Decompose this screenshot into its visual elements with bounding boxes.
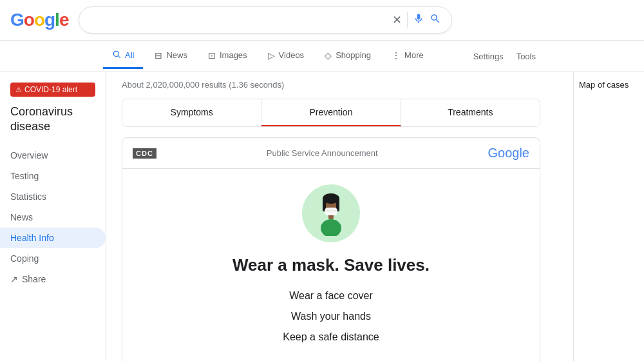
- tab-more[interactable]: ⋮ More: [383, 44, 433, 69]
- mask-person-avatar: [302, 184, 360, 242]
- sidebar-item-statistics[interactable]: Statistics: [0, 186, 106, 207]
- tab-shopping[interactable]: ◇ Shopping: [316, 44, 380, 69]
- tab-all[interactable]: All: [103, 43, 143, 69]
- google-branding: Google: [488, 146, 530, 161]
- map-panel: Map of cases: [573, 72, 644, 361]
- main-content: ⚠ COVID-19 alert Coronavirus disease Ove…: [0, 72, 644, 361]
- videos-icon: ▷: [268, 50, 275, 61]
- alert-triangle-icon: ⚠: [15, 86, 22, 94]
- cdc-card-body: Wear a mask. Save lives. Wear a face cov…: [122, 169, 540, 361]
- microphone-icon[interactable]: [413, 13, 424, 28]
- card-headline: Wear a mask. Save lives.: [133, 255, 529, 275]
- results-count: About 2,020,000,000 results (1.36 second…: [122, 80, 558, 90]
- search-submit-icon[interactable]: [430, 13, 441, 28]
- svg-line-1: [118, 56, 120, 58]
- sub-item-1: Wear a face cover: [133, 286, 529, 306]
- news-icon: ⊟: [155, 50, 162, 61]
- tools-link[interactable]: Tools: [511, 45, 541, 68]
- kp-tab-symptoms[interactable]: Symptoms: [122, 99, 261, 126]
- search-divider: [407, 12, 408, 28]
- clear-icon[interactable]: ✕: [392, 13, 402, 27]
- tab-images[interactable]: ⊡ Images: [199, 44, 256, 69]
- nav-tabs: All ⊟ News ⊡ Images ▷ Videos ◇ Shopping …: [0, 41, 644, 72]
- svg-point-6: [321, 219, 341, 236]
- knowledge-panel-tabs: Symptoms Prevention Treatments: [122, 99, 540, 127]
- tab-videos[interactable]: ▷ Videos: [259, 44, 314, 69]
- psa-label: Public Service Announcement: [267, 148, 378, 158]
- share-icon: ↗: [10, 274, 18, 284]
- map-panel-title: Map of cases: [579, 80, 639, 90]
- sidebar-item-health-info[interactable]: Health Info: [0, 228, 106, 248]
- tab-news[interactable]: ⊟ News: [146, 44, 196, 69]
- sub-item-3: Keep a safe distance: [133, 327, 529, 347]
- search-input[interactable]: how to avoid covid-19: [90, 14, 387, 26]
- nav-settings: Settings Tools: [468, 45, 541, 68]
- cdc-card-header: CDC Public Service Announcement Google: [122, 138, 540, 169]
- search-bar: how to avoid covid-19 ✕: [79, 6, 452, 34]
- kp-tab-treatments[interactable]: Treatments: [401, 99, 540, 126]
- card-sub-items: Wear a face cover Wash your hands Keep a…: [133, 286, 529, 347]
- sidebar-item-testing[interactable]: Testing: [0, 166, 106, 186]
- cdc-card: CDC Public Service Announcement Google: [122, 137, 540, 361]
- sidebar-item-overview[interactable]: Overview: [0, 145, 106, 166]
- cdc-logo: CDC: [133, 148, 156, 159]
- svg-rect-8: [325, 208, 337, 215]
- all-icon: [112, 50, 121, 61]
- share-button[interactable]: ↗ Share: [10, 274, 95, 284]
- images-icon: ⊡: [208, 50, 216, 61]
- sidebar-title: Coronavirus disease: [10, 104, 95, 135]
- svg-point-0: [113, 51, 118, 56]
- more-icon: ⋮: [392, 50, 401, 61]
- google-logo: Google: [10, 10, 68, 30]
- sub-item-2: Wash your hands: [133, 306, 529, 327]
- covid-alert-badge: ⚠ COVID-19 alert: [10, 83, 95, 97]
- sidebar: ⚠ COVID-19 alert Coronavirus disease Ove…: [0, 72, 106, 361]
- shopping-icon: ◇: [325, 50, 332, 61]
- sidebar-item-coping[interactable]: Coping: [0, 248, 106, 269]
- settings-link[interactable]: Settings: [468, 45, 509, 68]
- sidebar-item-news[interactable]: News: [0, 207, 106, 228]
- kp-tab-prevention[interactable]: Prevention: [261, 99, 401, 126]
- search-results-content: About 2,020,000,000 results (1.36 second…: [106, 72, 573, 361]
- header: Google how to avoid covid-19 ✕: [0, 0, 644, 41]
